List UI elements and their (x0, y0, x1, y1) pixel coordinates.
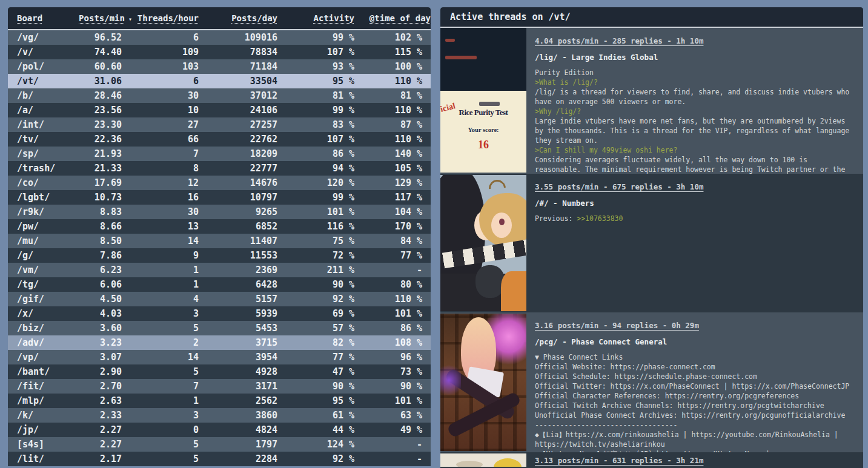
threads-per-hour-cell: 1 (122, 265, 199, 275)
table-row-biz[interactable]: /biz/3.605545357 %86 % (8, 321, 431, 335)
time-of-day-cell: 105 % (354, 163, 431, 174)
table-row-pol[interactable]: /pol/60.601037118493 %100 % (8, 59, 431, 74)
time-of-day-cell: 87 % (354, 119, 431, 130)
threads-per-hour-cell: 30 (122, 206, 199, 217)
score-value: 16 (440, 139, 526, 151)
greentext-segment: >Why /lig/? (535, 107, 581, 116)
table-row-pw[interactable]: /pw/8.66136852116 %170 % (8, 219, 431, 234)
column-header-board[interactable]: Board (8, 13, 64, 23)
thread-stats-link[interactable]: 3.55 posts/min - 675 replies - 3h 10m (535, 182, 703, 191)
thread-item[interactable]: icialRice Purity TestYour score:164.04 p… (440, 28, 863, 174)
table-row-g[interactable]: /g/7.8691155372 %77 % (8, 248, 431, 263)
thread-item[interactable]: 3.16 posts/min - 94 replies - 0h 29m/pcg… (440, 312, 863, 452)
table-row-bant[interactable]: /bant/2.905492847 %73 % (8, 364, 431, 379)
table-row-v[interactable]: /v/74.4010978834107 %115 % (8, 45, 431, 59)
time-of-day-cell: 86 % (354, 323, 431, 334)
table-row-adv[interactable]: /adv/3.232371582 %108 % (8, 335, 431, 350)
time-of-day-cell: 117 % (354, 192, 431, 203)
table-row-mu[interactable]: /mu/8.50141140775 %84 % (8, 234, 431, 248)
thread-thumbnail-purity-test[interactable]: icialRice Purity TestYour score:16 (440, 28, 526, 173)
table-row-co[interactable]: /co/17.691214676120 %129 % (8, 176, 431, 190)
posts-per-min-cell: 4.50 (64, 294, 122, 305)
table-row-s4s[interactable]: [s4s]2.2751797124 %- (8, 437, 431, 452)
table-row-fit[interactable]: /fit/2.707317190 %90 % (8, 379, 431, 394)
threads-per-hour-cell: 66 (122, 134, 199, 145)
threads-per-hour-cell: 7 (122, 381, 199, 392)
table-row-x[interactable]: /x/4.033593969 %101 % (8, 306, 431, 321)
table-row-vm[interactable]: /vm/6.2312369211 %- (8, 263, 431, 277)
threads-per-hour-cell: 6 (122, 76, 199, 87)
posts-per-day-cell: 6852 (199, 221, 277, 232)
column-header-posts-per-min[interactable]: Posts/min▾ (64, 13, 122, 23)
column-header-posts-per-day[interactable]: Posts/day (199, 13, 277, 23)
threads-per-hour-cell: 7 (122, 148, 199, 159)
thread-body-line: Official Website: https://phase-connect.… (535, 362, 857, 372)
thread-thumbnail-cropped[interactable] (440, 453, 526, 467)
time-of-day-cell: 108 % (354, 337, 431, 348)
posts-per-day-cell: 18209 (199, 148, 277, 159)
table-row-vp[interactable]: /vp/3.0714395477 %96 % (8, 350, 431, 364)
thread-body-line: Official Schedule: https://schedule.phas… (535, 372, 857, 381)
column-header-activity[interactable]: Activity (277, 13, 354, 23)
thread-thumbnail-library-girl[interactable] (440, 314, 526, 451)
time-of-day-cell: 100 % (354, 61, 431, 72)
thread-stats-link[interactable]: 3.13 posts/min - 631 replies - 3h 21m (535, 456, 703, 465)
posts-per-min-cell: 8.66 (64, 221, 122, 232)
table-row-lgbt[interactable]: /lgbt/10.73161079799 %117 % (8, 190, 431, 205)
posts-per-min-cell: 22.36 (64, 134, 122, 145)
thread-body-line: ---------------------------------- (535, 420, 857, 430)
threads-per-hour-cell: 3 (122, 308, 199, 319)
table-row-b[interactable]: /b/28.46303701281 %81 % (8, 88, 431, 103)
posts-per-min-cell: 2.27 (64, 424, 122, 435)
thread-item[interactable]: 3.55 posts/min - 675 replies - 3h 10m/#/… (440, 174, 863, 312)
thread-title: /#/ - Numbers (535, 199, 857, 208)
posts-per-min-cell: 28.46 (64, 90, 122, 101)
table-row-trash[interactable]: /trash/21.3382277794 %105 % (8, 161, 431, 176)
table-row-a[interactable]: /a/23.56102410699 %110 % (8, 103, 431, 117)
activity-cell: 95 % (277, 76, 354, 87)
thread-content: 4.04 posts/min - 285 replies - 1h 10m/li… (526, 28, 863, 174)
table-row-r9k[interactable]: /r9k/8.83309265101 %104 % (8, 205, 431, 219)
posts-per-day-cell: 33504 (199, 76, 277, 87)
board-cell: /vg/ (8, 32, 64, 43)
text-segment: Previous: (535, 214, 577, 223)
posts-per-day-cell: 109016 (199, 32, 277, 43)
time-of-day-cell: 96 % (354, 352, 431, 363)
table-row-jp[interactable]: /jp/2.270482444 %49 % (8, 423, 431, 437)
table-row-sp[interactable]: /sp/21.9371820986 %140 % (8, 147, 431, 161)
table-row-mlp[interactable]: /mlp/2.631256295 %101 % (8, 394, 431, 408)
table-row-gif[interactable]: /gif/4.504515792 %110 % (8, 292, 431, 306)
thread-item[interactable]: 3.13 posts/min - 631 replies - 3h 21m (440, 452, 863, 468)
table-row-tv[interactable]: /tv/22.366622762107 %110 % (8, 132, 431, 147)
table-row-vg[interactable]: /vg/96.52610901699 %102 % (8, 30, 431, 45)
thread-stats-link[interactable]: 4.04 posts/min - 285 replies - 1h 10m (535, 36, 703, 45)
time-of-day-cell: 110 % (354, 76, 431, 87)
column-header-threads-per-hour[interactable]: Threads/hour (122, 13, 199, 23)
table-row-tg[interactable]: /tg/6.061642890 %80 % (8, 277, 431, 292)
board-cell: /biz/ (8, 323, 64, 334)
board-cell: /trash/ (8, 163, 64, 174)
thread-content: 3.55 posts/min - 675 replies - 3h 10m/#/… (526, 174, 863, 312)
table-row-vt[interactable]: /vt/31.0663350495 %110 % (8, 74, 431, 88)
threads-per-hour-cell: 4 (122, 294, 199, 305)
score-label: Your score: (440, 127, 526, 133)
greentext-segment: >What is /lig/? (535, 78, 598, 87)
column-header-time-of-day[interactable]: @time of day (354, 13, 431, 23)
greentext-segment: >Can I shill my 499view oshi here? (535, 146, 677, 154)
posts-per-min-cell: 2.70 (64, 381, 122, 392)
table-row-int[interactable]: /int/23.30272725783 %87 % (8, 117, 431, 132)
posts-per-min-cell: 6.23 (64, 265, 122, 275)
posts-per-day-cell: 37012 (199, 90, 277, 101)
activity-cell: 101 % (277, 206, 354, 217)
thread-stats-link[interactable]: 3.16 posts/min - 94 replies - 0h 29m (535, 321, 699, 330)
thread-body-line: /lig/ is a thread for viewers to find, s… (535, 87, 857, 107)
posts-per-day-cell: 4928 (199, 366, 277, 377)
greentext-segment: >>107633830 (577, 214, 623, 223)
activity-cell: 44 % (277, 424, 354, 435)
threads-per-hour-cell: 5 (122, 366, 199, 377)
table-row-k[interactable]: /k/2.333386061 %63 % (8, 408, 431, 423)
thread-thumbnail-anime-duo[interactable] (440, 175, 526, 311)
table-row-lit[interactable]: /lit/2.175228492 %- (8, 452, 431, 466)
purity-test-card: icialRice Purity TestYour score:16 (440, 91, 526, 173)
posts-per-min-cell: 10.73 (64, 192, 122, 203)
